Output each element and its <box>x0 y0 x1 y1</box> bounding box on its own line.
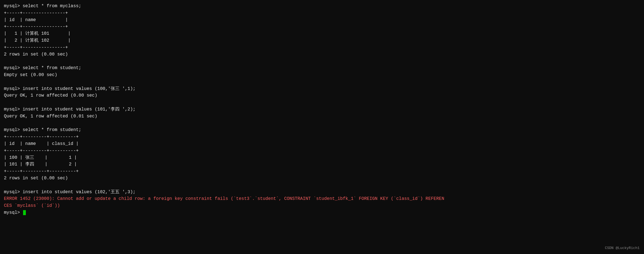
terminal-line: mysql> <box>4 209 640 216</box>
terminal-content: mysql> select * from myclass;+-----+----… <box>4 3 640 216</box>
terminal-line: | 1 | 计算机 101 | <box>4 30 640 37</box>
terminal-line: Query OK, 1 row affected (0.01 sec) <box>4 113 640 120</box>
terminal-line: | id | name | class_id | <box>4 140 640 147</box>
terminal-line: mysql> select * from student; <box>4 65 640 72</box>
terminal-line: mysql> select * from myclass; <box>4 3 640 10</box>
terminal-line: | 100 | 张三 | 1 | <box>4 154 640 161</box>
terminal-line <box>4 120 640 127</box>
terminal-line: CES `myclass` (`id`)) <box>4 202 640 209</box>
terminal-line: +-----+----------------+ <box>4 44 640 51</box>
terminal-line: mysql> insert into student values (100,'… <box>4 85 640 92</box>
terminal-window: mysql> select * from myclass;+-----+----… <box>0 0 644 254</box>
terminal-line: ERROR 1452 (23000): Cannot add or update… <box>4 195 640 202</box>
terminal-line: +-----+----------------+ <box>4 10 640 17</box>
terminal-line: +-----+---------+----------+ <box>4 168 640 175</box>
terminal-line: Query OK, 1 row affected (0.00 sec) <box>4 92 640 99</box>
terminal-cursor <box>23 210 26 215</box>
terminal-line: | id | name | <box>4 17 640 24</box>
terminal-line: | 2 | 计算机 102 | <box>4 37 640 44</box>
terminal-line: +-----+----------------+ <box>4 23 640 30</box>
terminal-line: mysql> insert into student values (102,'… <box>4 189 640 196</box>
terminal-line: 2 rows in set (0.00 sec) <box>4 51 640 58</box>
terminal-line: 2 rows in set (0.00 sec) <box>4 175 640 182</box>
terminal-line: | 101 | 李四 | 2 | <box>4 161 640 168</box>
terminal-line <box>4 79 640 85</box>
terminal-line <box>4 99 640 106</box>
terminal-line: +-----+---------+----------+ <box>4 147 640 154</box>
terminal-line: +-----+---------+----------+ <box>4 134 640 140</box>
terminal-line <box>4 58 640 65</box>
terminal-line: mysql> select * from student; <box>4 127 640 134</box>
watermark: CSDN @LuckyRich1 <box>605 245 640 251</box>
terminal-line <box>4 182 640 189</box>
terminal-line: Empty set (0.00 sec) <box>4 72 640 79</box>
terminal-line: mysql> insert into student values (101,'… <box>4 106 640 113</box>
